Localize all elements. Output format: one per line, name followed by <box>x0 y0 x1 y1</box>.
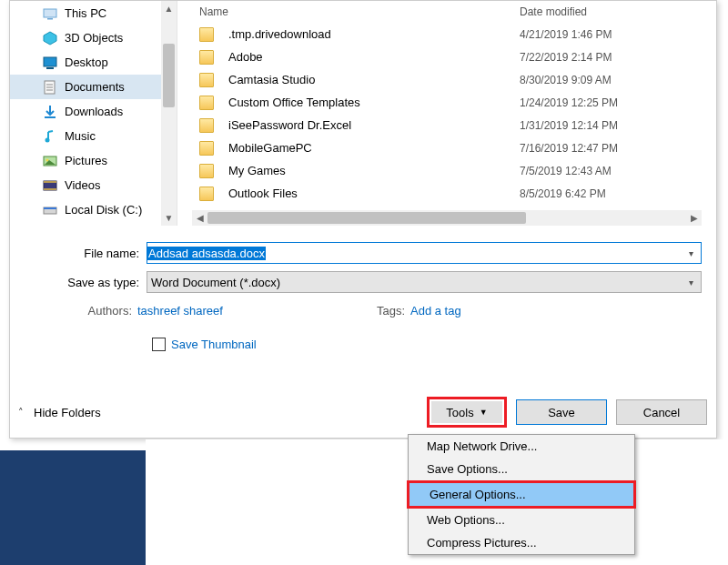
folder-icon <box>199 50 214 65</box>
scroll-left-icon[interactable]: ◀ <box>192 210 207 226</box>
list-item[interactable]: Outlook Files8/5/2019 6:42 PM <box>192 182 702 205</box>
nav-item-label: Pictures <box>65 154 107 167</box>
authors-label: Authors: <box>65 304 137 318</box>
chevron-down-icon[interactable]: ▾ <box>684 247 697 259</box>
scroll-thumb[interactable] <box>163 44 175 107</box>
list-item[interactable]: iSeePassword Dr.Excel1/31/2019 12:14 PM <box>192 114 702 136</box>
file-date: 8/5/2019 6:42 PM <box>520 187 606 200</box>
cancel-button[interactable]: Cancel <box>616 399 707 425</box>
nav-item-label: Downloads <box>65 105 123 118</box>
music-icon <box>43 129 57 144</box>
horizontal-scrollbar[interactable]: ◀ ▶ <box>192 210 702 226</box>
folder-icon <box>199 141 214 156</box>
list-item[interactable]: Custom Office Templates1/24/2019 12:25 P… <box>192 91 702 114</box>
file-date: 4/21/2019 1:46 PM <box>520 28 612 41</box>
filename-input[interactable]: Addsad adsasda.docx ▾ <box>147 242 702 264</box>
folder-icon <box>199 73 214 87</box>
svg-rect-16 <box>44 188 56 190</box>
tools-button[interactable]: Tools ▼ <box>431 401 502 423</box>
videos-icon <box>43 178 57 193</box>
nav-item-documents[interactable]: Documents <box>10 75 177 99</box>
svg-rect-1 <box>47 18 53 20</box>
nav-item-3d-objects[interactable]: 3D Objects <box>10 25 177 50</box>
tools-highlight-box: Tools ▼ <box>427 397 507 428</box>
folder-icon <box>199 118 214 133</box>
svg-rect-0 <box>44 9 56 17</box>
file-date: 7/22/2019 2:14 PM <box>520 51 612 64</box>
menu-item-web-options[interactable]: Web Options... <box>409 509 634 531</box>
savetype-select[interactable]: Word Document (*.docx) ▾ <box>147 271 702 293</box>
tags-label: Tags: <box>338 304 410 318</box>
tools-label: Tools <box>446 406 473 419</box>
nav-item-pictures[interactable]: Pictures <box>10 148 177 173</box>
tools-menu: Map Network Drive... Save Options... Gen… <box>408 434 635 555</box>
nav-item-music[interactable]: Music <box>10 124 177 148</box>
cube-icon <box>43 31 57 45</box>
menu-item-map-network-drive[interactable]: Map Network Drive... <box>409 435 634 458</box>
nav-item-videos[interactable]: Videos <box>10 173 177 197</box>
svg-rect-15 <box>44 181 56 183</box>
file-date: 7/5/2019 12:43 AM <box>520 165 612 177</box>
nav-item-local-disk[interactable]: Local Disk (C:) <box>10 197 177 222</box>
folder-icon <box>199 96 214 110</box>
list-item[interactable]: MobileGamePC7/16/2019 12:47 PM <box>192 136 702 159</box>
menu-item-compress-pictures[interactable]: Compress Pictures... <box>409 531 634 554</box>
disk-icon <box>43 203 57 217</box>
background-strip <box>0 450 146 565</box>
tags-value[interactable]: Add a tag <box>410 304 461 318</box>
scroll-thumb[interactable] <box>207 212 526 224</box>
nav-item-this-pc[interactable]: This PC <box>10 1 177 25</box>
nav-item-label: Music <box>65 129 96 143</box>
scroll-down-icon[interactable]: ▼ <box>161 210 177 226</box>
scroll-right-icon[interactable]: ▶ <box>686 210 702 226</box>
nav-scrollbar[interactable]: ▲ ▼ <box>161 1 177 226</box>
column-name[interactable]: Name <box>192 5 520 18</box>
save-as-dialog: This PC 3D Objects Desktop Documents Dow… <box>9 0 717 439</box>
menu-item-save-options[interactable]: Save Options... <box>409 458 634 480</box>
list-item[interactable]: Adobe7/22/2019 2:14 PM <box>192 45 702 68</box>
menu-item-general-options[interactable]: General Options... <box>410 483 633 506</box>
file-name: Camtasia Studio <box>228 73 520 86</box>
svg-rect-9 <box>45 116 56 118</box>
nav-item-label: Documents <box>65 80 125 94</box>
file-name: Outlook Files <box>228 187 520 200</box>
svg-rect-3 <box>44 57 56 66</box>
file-name: My Games <box>228 164 520 177</box>
column-date[interactable]: Date modified <box>520 5 702 18</box>
chevron-up-icon: ˄ <box>14 405 28 419</box>
file-date: 8/30/2019 9:09 AM <box>520 74 612 86</box>
desktop-icon <box>43 55 57 70</box>
general-options-highlight-box: General Options... <box>407 480 636 509</box>
nav-item-label: 3D Objects <box>65 31 123 45</box>
chevron-down-icon: ▼ <box>480 408 488 417</box>
save-button[interactable]: Save <box>516 399 607 425</box>
scroll-up-icon[interactable]: ▲ <box>161 1 177 16</box>
list-item[interactable]: .tmp.drivedownload4/21/2019 1:46 PM <box>192 23 702 45</box>
svg-rect-4 <box>46 67 54 69</box>
file-date: 1/24/2019 12:25 PM <box>520 96 618 109</box>
nav-item-label: Local Disk (C:) <box>65 203 142 217</box>
filename-value: Addsad adsasda.docx <box>147 247 266 260</box>
file-name: Custom Office Templates <box>228 96 520 109</box>
save-thumbnail-label[interactable]: Save Thumbnail <box>171 338 257 351</box>
filename-label: File name: <box>10 247 147 260</box>
authors-value[interactable]: tashreef shareef <box>137 304 338 318</box>
file-name: Adobe <box>228 50 520 64</box>
nav-item-label: Videos <box>65 178 101 192</box>
list-item[interactable]: My Games7/5/2019 12:43 AM <box>192 159 702 182</box>
file-name: .tmp.drivedownload <box>228 27 520 41</box>
savetype-label: Save as type: <box>10 276 147 289</box>
nav-item-downloads[interactable]: Downloads <box>10 99 177 124</box>
svg-marker-2 <box>44 32 56 45</box>
hide-folders-button[interactable]: ˄ Hide Folders <box>14 405 101 419</box>
chevron-down-icon[interactable]: ▾ <box>684 276 697 288</box>
document-icon <box>43 80 57 95</box>
nav-item-desktop[interactable]: Desktop <box>10 50 177 75</box>
hide-folders-label: Hide Folders <box>34 406 101 419</box>
nav-item-label: Desktop <box>65 55 108 69</box>
list-item[interactable]: Camtasia Studio8/30/2019 9:09 AM <box>192 68 702 91</box>
download-icon <box>43 105 57 119</box>
file-date: 1/31/2019 12:14 PM <box>520 119 618 132</box>
save-thumbnail-checkbox[interactable] <box>152 338 166 351</box>
form-area: File name: Addsad adsasda.docx ▾ Save as… <box>10 233 716 438</box>
